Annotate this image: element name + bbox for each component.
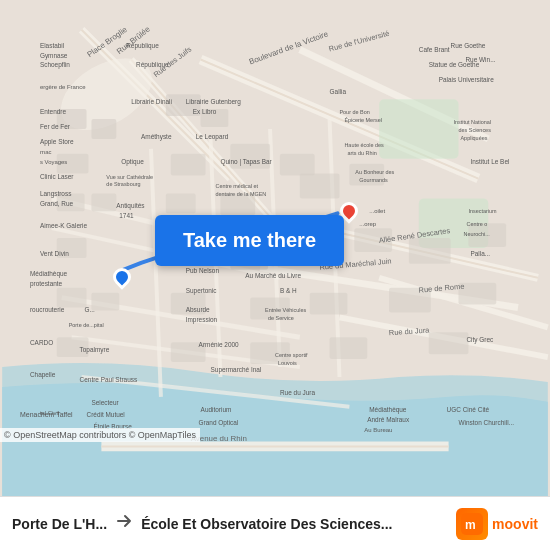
- take-me-there-button[interactable]: Take me there: [155, 215, 344, 266]
- svg-text:rnac: rnac: [40, 149, 52, 155]
- svg-text:...orep: ...orep: [359, 221, 377, 227]
- svg-text:Rue du Jura: Rue du Jura: [280, 389, 315, 396]
- svg-text:dentaire de la MGEN: dentaire de la MGEN: [215, 191, 266, 197]
- svg-text:Insectarium: Insectarium: [468, 208, 497, 214]
- svg-text:Louvois: Louvois: [278, 360, 297, 366]
- svg-text:1741: 1741: [119, 212, 134, 219]
- svg-text:Palla...: Palla...: [470, 250, 490, 257]
- svg-rect-39: [300, 174, 340, 199]
- svg-text:Médiathèque: Médiathèque: [369, 406, 407, 414]
- svg-text:Chapelle: Chapelle: [30, 371, 56, 379]
- svg-text:Arménie 2000: Arménie 2000: [199, 341, 240, 348]
- svg-rect-28: [91, 119, 116, 139]
- svg-text:Au Bonheur des: Au Bonheur des: [355, 169, 394, 175]
- svg-text:Schoepflin: Schoepflin: [40, 61, 70, 69]
- svg-text:Entrée Véhicules: Entrée Véhicules: [265, 307, 306, 313]
- svg-text:CARDO: CARDO: [30, 339, 53, 346]
- svg-text:Librairie Dinali: Librairie Dinali: [131, 98, 172, 105]
- svg-text:Selecteur: Selecteur: [91, 399, 119, 406]
- svg-text:André Malraux: André Malraux: [367, 416, 410, 423]
- svg-text:Absurde: Absurde: [186, 306, 210, 313]
- moovit-logo: m moovit: [456, 508, 538, 540]
- svg-text:de Service: de Service: [268, 315, 294, 321]
- svg-rect-25: [379, 99, 458, 159]
- app-container: Place Broglie Rue Brûlée Rue des Juifs B…: [0, 0, 550, 550]
- map-area: Place Broglie Rue Brûlée Rue des Juifs B…: [0, 0, 550, 496]
- svg-text:Centre Paul Strauss: Centre Paul Strauss: [80, 376, 138, 383]
- svg-text:Supermarché Inal: Supermarché Inal: [211, 366, 262, 374]
- svg-text:Grand Optical: Grand Optical: [199, 419, 239, 427]
- svg-text:roucrouterie: roucrouterie: [30, 306, 65, 313]
- svg-text:Ex Libro: Ex Libro: [193, 108, 217, 115]
- svg-text:Pour de Bon: Pour de Bon: [339, 109, 369, 115]
- svg-rect-33: [230, 144, 270, 169]
- svg-text:Gymnase: Gymnase: [40, 52, 68, 60]
- svg-text:Médiathèque: Médiathèque: [30, 270, 68, 278]
- svg-text:Palais Universitaire: Palais Universitaire: [439, 76, 495, 83]
- svg-text:République: République: [126, 42, 159, 50]
- svg-text:Centre o: Centre o: [466, 221, 487, 227]
- svg-text:Langstross: Langstross: [40, 190, 71, 198]
- svg-text:Winston Churchill...: Winston Churchill...: [459, 419, 515, 426]
- svg-text:Épicerie Mersel: Épicerie Mersel: [344, 117, 381, 123]
- svg-text:Cafe Brant: Cafe Brant: [419, 46, 450, 53]
- destination-label: École Et Observatoire Des Sciences...: [141, 516, 392, 532]
- svg-text:Topalmyre: Topalmyre: [80, 346, 110, 354]
- svg-text:UGC Ciné Cité: UGC Ciné Cité: [447, 406, 490, 413]
- svg-text:Au Marché du Livre: Au Marché du Livre: [245, 272, 301, 279]
- svg-text:Elastabil: Elastabil: [40, 42, 64, 49]
- svg-rect-48: [57, 288, 87, 308]
- svg-text:Rue Win...: Rue Win...: [465, 56, 495, 63]
- svg-rect-32: [171, 154, 206, 176]
- svg-text:Gallia: Gallia: [330, 88, 347, 95]
- svg-text:Librairie Gutenberg: Librairie Gutenberg: [186, 98, 242, 106]
- svg-text:République: République: [136, 61, 169, 69]
- svg-text:...oilet: ...oilet: [369, 208, 385, 214]
- svg-text:Le Leopard: Le Leopard: [196, 133, 229, 141]
- destination-item: École Et Observatoire Des Sciences...: [141, 516, 448, 532]
- svg-text:Rue Goethe: Rue Goethe: [451, 42, 486, 49]
- origin-label: Porte De L'H...: [12, 516, 107, 532]
- svg-text:Auditorium: Auditorium: [201, 406, 232, 413]
- svg-text:Porte de...pital: Porte de...pital: [69, 322, 104, 328]
- svg-text:Antiquités: Antiquités: [116, 202, 144, 210]
- moovit-icon: m: [456, 508, 488, 540]
- svg-text:m: m: [465, 518, 476, 532]
- svg-rect-37: [166, 193, 196, 213]
- svg-text:arts du Rhin: arts du Rhin: [347, 150, 376, 156]
- svg-text:Centre médical et: Centre médical et: [215, 183, 258, 189]
- svg-text:Gourmands: Gourmands: [359, 177, 388, 183]
- svg-text:ergère de France: ergère de France: [40, 84, 86, 90]
- svg-text:City Grec: City Grec: [466, 336, 494, 344]
- svg-text:Neurochi...: Neurochi...: [463, 231, 490, 237]
- svg-text:Appliquées: Appliquées: [461, 135, 488, 141]
- svg-text:des Sciences: des Sciences: [459, 127, 492, 133]
- svg-text:Vue sur Cathédrale: Vue sur Cathédrale: [106, 174, 153, 180]
- svg-text:protestante: protestante: [30, 280, 63, 288]
- svg-rect-34: [280, 154, 315, 176]
- svg-text:tal Civil: tal Civil: [40, 410, 59, 416]
- svg-text:Crédit Mutuel: Crédit Mutuel: [87, 411, 125, 418]
- svg-text:Améthyste: Améthyste: [141, 133, 172, 141]
- svg-rect-58: [330, 337, 368, 359]
- svg-text:Pub Nelson: Pub Nelson: [186, 267, 220, 274]
- svg-text:Au Bureau: Au Bureau: [364, 427, 392, 433]
- svg-text:Apple Store: Apple Store: [40, 138, 74, 146]
- svg-text:Optique: Optique: [121, 158, 144, 166]
- svg-text:Supertonic: Supertonic: [186, 287, 218, 295]
- svg-text:Haute école des: Haute école des: [344, 142, 384, 148]
- bottom-bar: Porte De L'H... École Et Observatoire De…: [0, 496, 550, 550]
- moovit-text: moovit: [492, 516, 538, 532]
- svg-rect-59: [429, 332, 469, 354]
- svg-text:Aimee-K Galerie: Aimee-K Galerie: [40, 222, 88, 229]
- svg-text:G...: G...: [85, 306, 96, 313]
- svg-text:Fer de Fer: Fer de Fer: [40, 123, 71, 130]
- svg-text:Entendre: Entendre: [40, 108, 67, 115]
- svg-text:Grand, Rue: Grand, Rue: [40, 200, 74, 207]
- svg-rect-49: [91, 293, 119, 311]
- svg-text:Institut National: Institut National: [454, 119, 491, 125]
- svg-rect-52: [310, 293, 348, 315]
- svg-text:s Voyages: s Voyages: [40, 159, 67, 165]
- svg-text:Impression: Impression: [186, 316, 218, 324]
- origin-item: Porte De L'H...: [12, 516, 107, 532]
